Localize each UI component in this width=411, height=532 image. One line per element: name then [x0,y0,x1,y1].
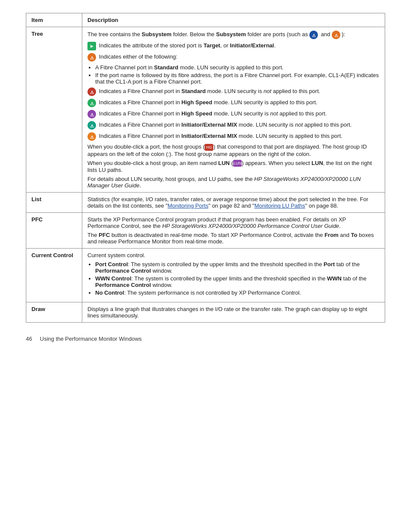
tree-para-highspeed: ⚠ Indicates a Fibre Channel port in High… [87,99,380,107]
lun-icon: LUN [233,160,242,167]
current-control-wwn: WWN Control: The system is controlled by… [95,275,380,288]
tree-para-either: ⚠ Indicates either of the following: [87,53,380,62]
port-icon-highspeed-not: ⚠ [87,110,96,118]
tree-list-item-1: A Fibre Channel port in Standard mode. L… [95,64,380,71]
footer-text: Using the Performance Monitor Windows [40,336,142,342]
tree-para-target: ▶ Indicates the attribute of the stored … [87,42,380,50]
desc-list: Statistics (for example, I/O rates, tran… [82,193,385,213]
item-list: List [26,193,82,213]
current-control-list: Port Control: The system is controlled b… [87,261,380,296]
col-header-item: Item [26,13,82,27]
tree-para-standard-not: ⚠ Indicates a Fibre Channel port in Stan… [87,87,380,96]
tree-para-details: For details about LUN security, host gro… [87,176,380,189]
list-para: Statistics (for example, I/O rates, tran… [87,196,380,209]
tree-list-item-2: If the port name is followed by its fibr… [95,72,380,85]
tree-para-doubleclick-hostgroup: When you double-click a host group, an i… [87,160,380,174]
host-group-icon: HG [205,144,213,151]
port-icon-2: ⚠ [332,31,340,39]
footer-page-number: 46 [26,336,32,342]
desc-tree: The tree contains the Subsystem folder. … [82,27,385,193]
port-icon-initiator-not: ⚠ [87,121,96,130]
table-row-current-control: Current Control Current system control. … [26,249,385,302]
desc-draw: Displays a line graph that illustrates c… [82,302,385,323]
tree-para-initiator: ⚠ Indicates a Fibre Channel port in Init… [87,132,380,141]
item-draw: Draw [26,302,82,323]
draw-para: Displays a line graph that illustrates c… [87,306,380,319]
table-row-tree: Tree The tree contains the Subsystem fol… [26,27,385,193]
current-control-intro: Current system control. [87,252,380,258]
table-row-pfc: PFC Starts the XP Performance Control pr… [26,213,385,249]
port-icon-highspeed: ⚠ [87,99,96,107]
port-icon-standard-not: ⚠ [87,87,96,96]
tree-para-highspeed-not: ⚠ Indicates a Fibre Channel port in High… [87,110,380,118]
target-icon: ▶ [87,42,96,50]
item-tree: Tree [26,27,82,193]
desc-pfc: Starts the XP Performance Control progra… [82,213,385,249]
pfc-para-1: Starts the XP Performance Control progra… [87,216,380,229]
item-current-control: Current Control [26,249,82,302]
pfc-para-2: The PFC button is deactivated in real-ti… [87,232,380,245]
port-icon-1: ⚠ [309,31,318,39]
tree-para-initiator-not: ⚠ Indicates a Fibre Channel port in Init… [87,121,380,130]
port-icon-either: ⚠ [87,53,96,62]
item-pfc: PFC [26,213,82,249]
current-control-no: No Control: The system performance is no… [95,289,380,296]
page-footer: 46 Using the Performance Monitor Windows [26,336,385,342]
tree-list-either: A Fibre Channel port in Standard mode. L… [87,64,380,85]
monitoring-lu-paths-link[interactable]: Monitoring LU Paths [254,202,305,209]
tree-para-1: The tree contains the Subsystem folder. … [87,31,380,39]
desc-current-control: Current system control. Port Control: Th… [82,249,385,302]
current-control-port: Port Control: The system is controlled b… [95,261,380,274]
col-header-description: Description [82,13,385,27]
port-icon-initiator: ⚠ [87,132,96,141]
tree-para-doubleclick-port: When you double-click a port, the host g… [87,143,380,157]
main-table: Item Description Tree The tree contains … [26,13,385,323]
table-row-draw: Draw Displays a line graph that illustra… [26,302,385,323]
monitoring-ports-link[interactable]: Monitoring Ports [168,202,209,209]
table-row-list: List Statistics (for example, I/O rates,… [26,193,385,213]
